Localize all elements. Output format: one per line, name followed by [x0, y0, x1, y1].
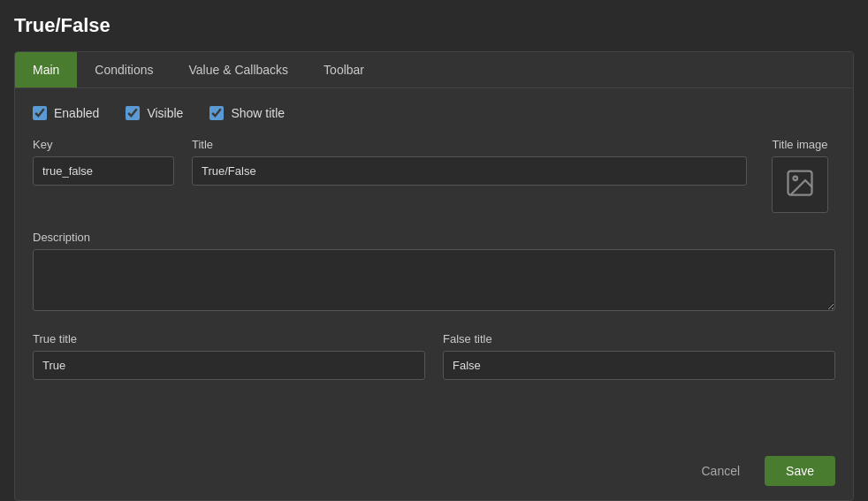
visible-label: Visible: [147, 106, 183, 120]
false-title-input[interactable]: [443, 351, 835, 380]
tabs-bar: Main Conditions Value & Callbacks Toolba…: [15, 52, 853, 88]
svg-point-1: [794, 177, 798, 181]
dialog-footer: Cancel Save: [15, 442, 853, 500]
visible-checkbox[interactable]: [126, 106, 140, 120]
page-title: True/False: [14, 14, 854, 37]
key-input[interactable]: [33, 156, 174, 186]
enabled-checkbox[interactable]: [33, 106, 47, 120]
true-title-input[interactable]: [33, 351, 425, 380]
key-title-row: Key Title Title image: [33, 138, 835, 213]
title-label: Title: [192, 138, 747, 151]
title-image-box[interactable]: [772, 156, 828, 213]
show-title-checkbox[interactable]: [209, 106, 224, 120]
tab-main[interactable]: Main: [15, 52, 77, 87]
tab-toolbar[interactable]: Toolbar: [306, 52, 382, 87]
title-input[interactable]: [192, 156, 747, 186]
true-title-group: True title: [33, 332, 425, 380]
visible-checkbox-label[interactable]: Visible: [126, 106, 183, 120]
key-label: Key: [33, 138, 174, 151]
tab-conditions[interactable]: Conditions: [77, 52, 171, 87]
false-title-group: False title: [443, 332, 835, 380]
image-icon: [784, 167, 816, 202]
title-group: Title: [192, 138, 747, 186]
enabled-label: Enabled: [54, 106, 99, 120]
save-button[interactable]: Save: [765, 456, 835, 486]
title-image-group: Title image: [765, 138, 835, 213]
cancel-button[interactable]: Cancel: [687, 457, 754, 485]
tab-content-main: Enabled Visible Show title Key Title Tit…: [15, 88, 853, 442]
description-textarea[interactable]: [33, 249, 835, 311]
enabled-checkbox-label[interactable]: Enabled: [33, 106, 99, 120]
description-label: Description: [33, 231, 835, 244]
show-title-label: Show title: [231, 106, 285, 120]
dialog: Main Conditions Value & Callbacks Toolba…: [14, 51, 854, 501]
tab-value-callbacks[interactable]: Value & Callbacks: [171, 52, 307, 87]
checkboxes-row: Enabled Visible Show title: [33, 106, 835, 120]
false-title-label: False title: [443, 332, 835, 345]
true-false-row: True title False title: [33, 332, 835, 380]
key-group: Key: [33, 138, 174, 186]
show-title-checkbox-label[interactable]: Show title: [209, 106, 285, 120]
true-title-label: True title: [33, 332, 425, 345]
title-image-label: Title image: [772, 138, 827, 151]
description-section: Description: [33, 231, 835, 315]
